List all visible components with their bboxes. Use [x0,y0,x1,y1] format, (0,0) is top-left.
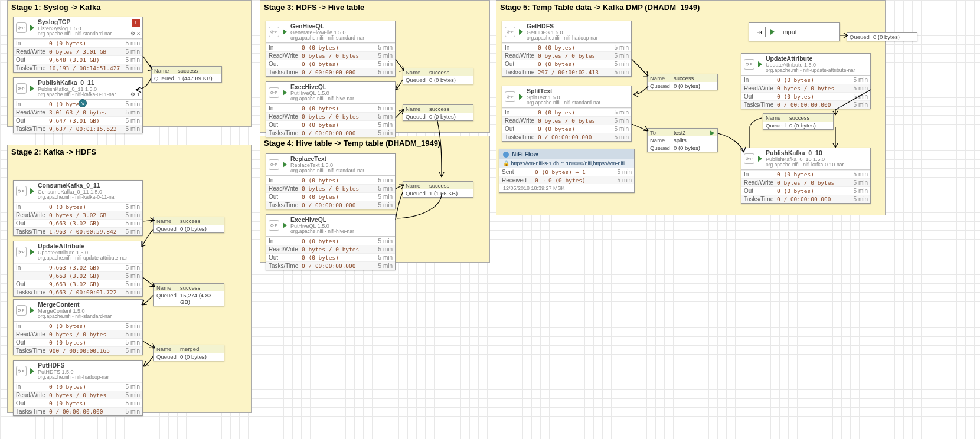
rpg-title: NiFi Flow [512,151,538,158]
stat-key: Read/Write [14,391,48,399]
conn-name-val: success [674,75,715,81]
processor-p_gethdfs[interactable]: ⟳P GetHDFS GetHDFS 1.5.0 org.apache.nifi… [502,21,632,77]
processor-name: PublishKafka_0_10 [766,150,868,157]
stat-value: 9,663 (3.02 GB) [48,220,122,227]
processor-name: MergeContent [38,302,140,309]
connection-c9[interactable]: Totest2▶NamesplitsQueued0 (0 bytes) [647,128,718,152]
connection-c3[interactable]: NamesuccessQueued15,274 (4.83 GB) [153,283,224,306]
processor-header[interactable]: ⟳P ExecHiveQL PutHiveQL 1.5.0 org.apache… [266,82,395,104]
conn-queued-key: Queued [406,190,429,196]
stat-window: 5 min [375,68,395,76]
processor-type-icon: ⟳P [505,27,515,37]
processor-name: ExecHiveQL [290,84,393,91]
processor-header[interactable]: ⟳P MergeContent MergeContent 1.5.0 org.a… [14,300,142,322]
processor-type-icon: ⟳P [505,91,515,102]
stat-key: In [266,237,300,245]
warning-icon[interactable]: ! [132,19,140,27]
connection-c6[interactable]: NamesuccessQueued0 (0 bytes) [403,104,473,121]
stat-key: Out [14,339,48,346]
processor-p_updattr1[interactable]: ⟳P UpdateAttribute UpdateAttribute 1.5.0… [13,241,143,297]
stat-value: 0 / 00:00:00.000 [776,195,850,203]
remote-process-group[interactable]: NiFi Flow 🔒 https://vm-nifi-s-1.dh.rt.ru… [499,149,635,193]
processor-header[interactable]: ⟳P UpdateAttribute UpdateAttribute 1.5.0… [741,54,870,76]
stat-key: In [14,322,48,330]
stat-value: 900 / 00:00:00.165 [48,347,122,355]
rpg-header[interactable]: NiFi Flow [499,149,634,159]
stat-key: Tasks/Time [741,101,776,109]
stat-key: Out [741,93,776,100]
stat-key: Sent [499,168,534,176]
stat-value: 0 (0 bytes) [776,93,850,100]
processor-header[interactable]: ⟳P UpdateAttribute UpdateAttribute 1.5.0… [14,241,142,263]
processor-p_pubkafka10[interactable]: ⟳P PublishKafka_0_10 PublishKafka_0_10 1… [741,148,871,204]
stat-key: Tasks/Time [14,228,48,235]
rpg-url: 🔒 https://vm-nifi-s-1.dh.rt.ru:8080/nifi… [499,159,634,168]
run-status-icon [283,29,287,35]
conn-name-key: Name [156,284,180,291]
processor-header[interactable]: ⟳P SyslogTCP ListenSyslog 1.5.0 org.apac… [14,17,142,39]
processor-p_replace[interactable]: ⟳P ReplaceText ReplaceText 1.5.0 org.apa… [266,153,396,209]
connection-c11[interactable]: Queued0 (0 bytes) [847,32,917,41]
conn-queued-key: Queued [156,353,180,360]
conn-queued-key: Queued [156,225,180,232]
processor-header[interactable]: ⟳P ReplaceText ReplaceText 1.5.0 org.apa… [266,154,395,176]
stat-window: 5 min [122,330,142,338]
stat-value: 0 bytes / 0 bytes [48,391,122,399]
connection-c2[interactable]: NamesuccessQueued0 (0 bytes) [153,217,224,233]
processor-p_merge[interactable]: ⟳P MergeContent MergeContent 1.5.0 org.a… [13,299,143,355]
conn-name-key: Name [650,137,674,143]
processor-header[interactable]: ⟳P GetHDFS GetHDFS 1.5.0 org.apache.nifi… [502,21,631,43]
stat-window: 5 min [850,179,870,186]
stat-key: Read/Write [14,330,48,338]
conn-name-val: success [429,106,471,112]
processor-p_syslog[interactable]: ⟳P SyslogTCP ListenSyslog 1.5.0 org.apac… [13,17,143,73]
conn-name-val: splits [674,137,715,143]
stat-value: 0 (0 bytes) [537,125,611,133]
stat-key: Tasks/Time [14,347,48,355]
conn-name-val: success [180,218,221,224]
stat-key: Out [266,193,300,201]
processor-p_pubkafka11[interactable]: ⟳P PublishKafka_0_11 PublishKafka_0_11 1… [13,77,143,133]
processor-p_exechive2[interactable]: ⟳P ExecHiveQL PutHiveQL 1.5.0 org.apache… [266,214,396,270]
stat-key: In [266,176,300,184]
stat-value: 0 (0 bytes) [300,237,375,245]
stat-key: Tasks/Time [502,68,537,76]
connection-c8[interactable]: NamesuccessQueued0 (0 bytes) [647,74,718,90]
stat-window: 5 min [375,193,395,201]
input-port[interactable]: ⇥ input [749,22,840,41]
stat-key: Tasks/Time [266,262,300,270]
processor-p_genhive[interactable]: ⟳P GenHiveQL GenerateFlowFile 1.5.0 org.… [266,21,396,77]
stat-value: 0 / 00:00:00.000 [537,133,611,141]
connection-c4[interactable]: NamemergedQueued0 (0 bytes) [153,345,224,361]
processor-header[interactable]: ⟳P PublishKafka_0_11 PublishKafka_0_11 1… [14,78,142,100]
processor-type-icon: ⟳P [16,305,27,316]
processor-header[interactable]: ⟳P GenHiveQL GenerateFlowFile 1.5.0 org.… [266,21,395,43]
processor-p_puthdfs[interactable]: ⟳P PutHDFS PutHDFS 1.5.0 org.apache.nifi… [13,360,143,416]
processor-type-icon: ⟳P [744,59,754,70]
connection-c1[interactable]: NamesuccessQueued1 (447.89 KB) [151,66,222,83]
processor-p_updattr2[interactable]: ⟳P UpdateAttribute UpdateAttribute 1.5.0… [741,53,871,109]
run-status-icon [30,368,34,374]
processor-name: ExecHiveQL [290,217,393,224]
connection-c5[interactable]: NamesuccessQueued0 (0 bytes) [403,68,473,84]
connection-c10[interactable]: NamesuccessQueued0 (0 bytes) [763,113,834,130]
connection-c7[interactable]: NamesuccessQueued1 (1.56 KB) [403,181,473,198]
processor-header[interactable]: ⟳P SplitText SplitText 1.5.0 org.apache.… [502,86,631,108]
processor-header[interactable]: ⟳P ExecHiveQL PutHiveQL 1.5.0 org.apache… [266,215,395,237]
stat-key [14,272,48,280]
processor-nar: org.apache.nifi - nifi-hive-nar [290,229,393,234]
processor-p_split[interactable]: ⟳P SplitText SplitText 1.5.0 org.apache.… [502,86,632,142]
stat-window: 5 min [611,52,631,60]
conn-queued-key: Queued [406,77,429,83]
processor-header[interactable]: ⟳P ConsumeKafka_0_11 ConsumeKafka_0_11 1… [14,181,142,202]
stat-window: 5 min [122,117,142,125]
stat-window: 5 min [122,203,142,211]
conn-to-key: To [650,129,674,136]
processor-header[interactable]: ⟳P PutHDFS PutHDFS 1.5.0 org.apache.nifi… [14,361,142,382]
processor-p_conskafka[interactable]: ⟳P ConsumeKafka_0_11 ConsumeKafka_0_11 1… [13,180,143,236]
stat-window: 5 min [122,264,142,271]
processor-header[interactable]: ⟳P PublishKafka_0_10 PublishKafka_0_10 1… [741,148,870,170]
stat-key: In [266,44,300,51]
processor-p_exechive1[interactable]: ⟳P ExecHiveQL PutHiveQL 1.5.0 org.apache… [266,81,396,137]
stat-window: 5 min [122,408,142,415]
